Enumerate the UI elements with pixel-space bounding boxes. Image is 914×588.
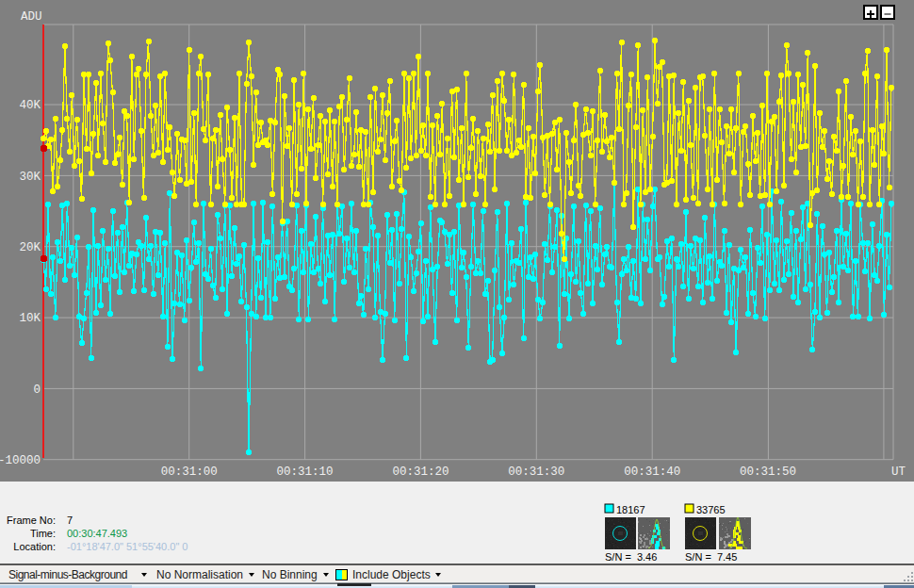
- svg-text:-10000: -10000: [0, 454, 41, 467]
- svg-text:00:31:00: 00:31:00: [161, 466, 218, 479]
- svg-text:0: 0: [33, 384, 41, 397]
- svg-text:00:31:20: 00:31:20: [392, 466, 449, 479]
- svg-text:40K: 40K: [19, 99, 41, 112]
- svg-text:UT: UT: [891, 466, 906, 479]
- svg-text:ADU: ADU: [21, 10, 42, 24]
- svg-text:00:31:10: 00:31:10: [277, 466, 334, 479]
- svg-text:20K: 20K: [19, 241, 41, 254]
- svg-text:30K: 30K: [19, 171, 41, 184]
- svg-text:00:31:30: 00:31:30: [508, 466, 564, 479]
- svg-text:00:31:50: 00:31:50: [740, 466, 796, 479]
- svg-text:10K: 10K: [19, 312, 41, 325]
- svg-text:00:31:40: 00:31:40: [624, 466, 680, 479]
